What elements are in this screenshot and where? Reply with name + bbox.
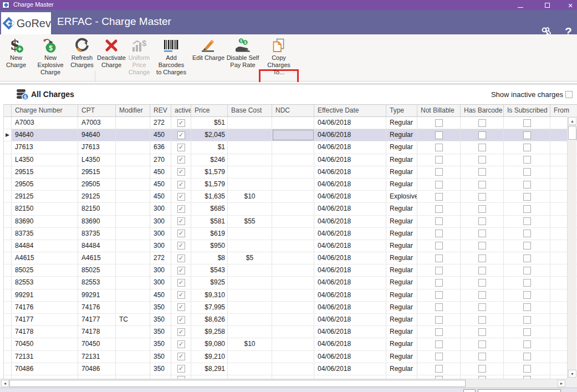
is-subscribed-checkbox[interactable] bbox=[523, 242, 531, 250]
horizontal-scrollbar[interactable]: ◄ ► bbox=[0, 379, 567, 388]
has-barcode-checkbox[interactable] bbox=[478, 119, 486, 127]
is-subscribed-checkbox[interactable] bbox=[523, 353, 531, 360]
grid-cell-not-billable[interactable] bbox=[417, 351, 461, 363]
active-checkbox[interactable]: ✓ bbox=[177, 303, 185, 311]
grid-cell-base-cost[interactable] bbox=[228, 166, 272, 178]
grid-cell-has-barcode[interactable] bbox=[461, 302, 504, 313]
grid-header-not-billable[interactable]: Not Billable bbox=[417, 105, 461, 116]
grid-cell-rev[interactable]: 350 bbox=[150, 326, 171, 338]
grid-cell-has-barcode[interactable] bbox=[461, 228, 504, 240]
grid-cell-effective-date[interactable]: 04/06/2018 bbox=[314, 228, 386, 240]
is-subscribed-checkbox[interactable] bbox=[523, 181, 531, 189]
ribbon-button-deactivate-charge[interactable]: Deactivate Charge bbox=[97, 37, 126, 79]
grid-cell-effective-date[interactable]: 04/06/2018 bbox=[314, 326, 386, 338]
grid-cell-effective-date[interactable]: 04/06/2018 bbox=[314, 314, 386, 325]
active-checkbox[interactable]: ✓ bbox=[177, 267, 185, 274]
grid-cell-ndc[interactable] bbox=[272, 289, 314, 301]
is-subscribed-checkbox[interactable] bbox=[523, 291, 531, 299]
is-subscribed-checkbox[interactable] bbox=[523, 193, 531, 201]
grid-cell-base-cost[interactable] bbox=[228, 264, 272, 276]
grid-cell-is-subscribed[interactable] bbox=[504, 314, 550, 325]
is-subscribed-checkbox[interactable] bbox=[523, 230, 531, 237]
has-barcode-checkbox[interactable] bbox=[478, 316, 486, 324]
grid-cell-has-barcode[interactable] bbox=[461, 289, 504, 301]
table-row[interactable]: J7613J7613636✓$104/06/2018Regular bbox=[4, 141, 577, 154]
row-indicator[interactable] bbox=[4, 351, 12, 363]
grid-cell-ndc[interactable] bbox=[272, 351, 314, 363]
grid-cell-base-cost[interactable] bbox=[228, 203, 272, 215]
grid-cell-charge-number[interactable]: 94640 bbox=[12, 129, 78, 141]
not-billable-checkbox[interactable] bbox=[435, 217, 443, 225]
grid-cell-charge-number[interactable]: 29505 bbox=[12, 179, 78, 190]
grid-cell-effective-date[interactable]: 04/06/2018 bbox=[314, 240, 386, 252]
grid-cell-type[interactable]: Regular bbox=[386, 129, 417, 141]
grid-header-rev[interactable]: REV bbox=[150, 105, 171, 116]
active-checkbox[interactable]: ✓ bbox=[177, 353, 185, 360]
has-barcode-checkbox[interactable] bbox=[478, 365, 486, 373]
row-indicator[interactable] bbox=[4, 289, 12, 301]
grid-cell-effective-date[interactable]: 04/06/2018 bbox=[314, 129, 386, 141]
grid-cell-active[interactable]: ✓ bbox=[171, 277, 191, 288]
grid-cell-base-cost[interactable] bbox=[228, 326, 272, 338]
table-row[interactable]: ▶9464094640450✓$2,04504/06/2018Regular bbox=[4, 129, 577, 141]
grid-cell-has-barcode[interactable] bbox=[461, 264, 504, 276]
grid-cell-active[interactable]: ✓ bbox=[171, 338, 191, 350]
grid-cell-base-cost[interactable] bbox=[228, 363, 272, 375]
grid-cell-modifier[interactable] bbox=[116, 302, 150, 313]
grid-cell-cpt[interactable]: 72131 bbox=[78, 351, 116, 363]
grid-cell-not-billable[interactable] bbox=[417, 264, 461, 276]
grid-cell-has-barcode[interactable] bbox=[461, 203, 504, 215]
grid-cell-has-barcode[interactable] bbox=[461, 179, 504, 190]
grid-cell-not-billable[interactable] bbox=[417, 302, 461, 313]
grid-cell-is-subscribed[interactable] bbox=[504, 302, 550, 313]
table-row[interactable]: 2951529515450✓$1,57904/06/2018Regular bbox=[4, 166, 577, 179]
table-row[interactable]: 8373583735300✓$61904/06/2018Regular bbox=[4, 228, 577, 240]
table-row[interactable]: 7417674176350✓$7,99504/06/2018Regular bbox=[4, 302, 577, 314]
grid-cell-effective-date[interactable]: 04/06/2018 bbox=[314, 166, 386, 178]
table-row[interactable]: 7417874178350✓$9,25804/06/2018Regular bbox=[4, 326, 577, 338]
row-indicator[interactable] bbox=[4, 228, 12, 240]
grid-cell-charge-number[interactable]: 72131 bbox=[12, 351, 78, 363]
grid-cell-not-billable[interactable] bbox=[417, 289, 461, 301]
grid-cell-base-cost[interactable] bbox=[228, 314, 272, 325]
grid-cell-modifier[interactable] bbox=[116, 264, 150, 276]
grid-cell-price[interactable]: $9,258 bbox=[191, 326, 228, 338]
grid-header-cpt[interactable]: CPT bbox=[78, 105, 116, 116]
grid-cell-cpt[interactable]: A7003 bbox=[78, 117, 116, 129]
grid-header-modifier[interactable]: Modifier bbox=[116, 105, 150, 116]
grid-cell-rev[interactable]: 300 bbox=[150, 203, 171, 215]
grid-cell-not-billable[interactable] bbox=[417, 203, 461, 215]
grid-cell-ndc[interactable] bbox=[272, 252, 314, 264]
grid-cell-rev[interactable]: 350 bbox=[150, 338, 171, 350]
grid-cell-cpt[interactable]: 99291 bbox=[78, 289, 116, 301]
table-row[interactable]: A7003A7003272✓$5104/06/2018Regular bbox=[4, 117, 577, 129]
grid-cell-type[interactable]: Regular bbox=[386, 154, 417, 166]
grid-cell-ndc[interactable] bbox=[272, 302, 314, 313]
grid-cell-rev[interactable]: 350 bbox=[150, 363, 171, 375]
grid-cell-is-subscribed[interactable] bbox=[504, 277, 550, 288]
grid-cell-active[interactable]: ✓ bbox=[171, 191, 191, 202]
grid-cell-price[interactable]: $1,579 bbox=[191, 179, 228, 190]
table-row[interactable]: 8215082150300✓$68504/06/2018Regular bbox=[4, 203, 577, 215]
not-billable-checkbox[interactable] bbox=[435, 267, 443, 274]
grid-cell-modifier[interactable] bbox=[116, 289, 150, 301]
grid-cell-base-cost[interactable] bbox=[228, 277, 272, 288]
grid-cell-price[interactable]: $8,626 bbox=[191, 314, 228, 325]
grid-cell-is-subscribed[interactable] bbox=[504, 117, 550, 129]
grid-cell-cpt[interactable]: 70450 bbox=[78, 338, 116, 350]
row-indicator[interactable] bbox=[4, 141, 12, 153]
grid-cell-is-subscribed[interactable] bbox=[504, 240, 550, 252]
grid-cell-type[interactable]: Regular bbox=[386, 277, 417, 288]
table-row[interactable]: L4350L4350270✓$24604/06/2018Regular bbox=[4, 154, 577, 166]
grid-cell-has-barcode[interactable] bbox=[461, 252, 504, 264]
active-checkbox[interactable]: ✓ bbox=[177, 254, 185, 262]
active-checkbox[interactable]: ✓ bbox=[177, 131, 185, 139]
grid-header-price[interactable]: Price bbox=[191, 105, 228, 116]
row-indicator[interactable] bbox=[4, 179, 12, 190]
grid-cell-ndc[interactable] bbox=[272, 264, 314, 276]
grid-cell-ndc[interactable] bbox=[272, 166, 314, 178]
row-indicator[interactable] bbox=[4, 277, 12, 288]
grid-cell-price[interactable]: $925 bbox=[191, 277, 228, 288]
grid-cell-rev[interactable]: 450 bbox=[150, 166, 171, 178]
active-checkbox[interactable]: ✓ bbox=[177, 340, 185, 348]
